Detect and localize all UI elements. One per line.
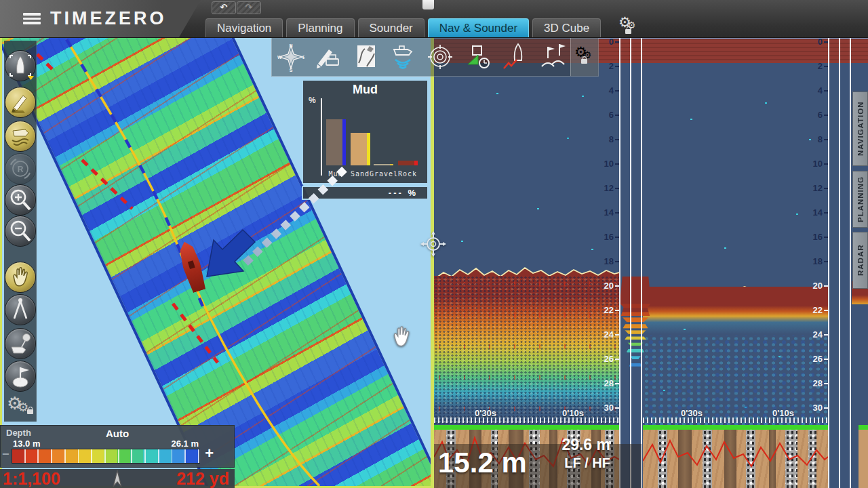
legend-decrease-button[interactable]: − [2,447,9,462]
depth-tick-label: 22 [582,305,619,316]
toolbar-settings-button[interactable]: ⚙⚙ [570,38,598,76]
gears-icon: ⚙⚙ [618,18,639,36]
depth-shading-legend: Depth Auto 13.0 m 26.1 m − + [0,425,235,468]
navdata-tab-radar[interactable]: RADAR [852,232,868,289]
tab-sounder[interactable]: Sounder [358,18,425,37]
time-label: 0'30s [673,408,711,418]
lock-icon [625,29,631,34]
collapsed-panel-handle[interactable] [422,0,434,9]
depth-tick-label: 0 [791,37,828,47]
chart-scale-bar: 1:1,100 212 yd [0,469,235,488]
tab-nav-and-sounder[interactable]: Nav & Sounder [428,18,529,37]
redo-button[interactable]: ↷ [237,1,261,14]
bottom-type-category-label: Mud [322,170,349,178]
pane-divider-line [839,37,840,488]
gears-icon: ⚙⚙ [574,48,595,66]
mob-marker-button[interactable] [5,328,36,359]
workspace-tabs: Navigation Planning Sounder Nav & Sounde… [205,18,601,37]
race-marks-icon[interactable] [533,41,570,73]
track-boat-icon[interactable] [496,41,533,73]
radar-sync-button[interactable]: R [5,153,36,184]
depth-readout-secondary-value: 29.6 m [536,436,610,454]
depth-tick-label: 2 [791,61,828,72]
pan-hand-button[interactable] [5,262,36,293]
navdata-tab-navigation[interactable]: NAVIGATION [852,92,868,166]
legend-max-depth: 26.1 m [172,439,199,449]
depth-tick-label: 6 [791,110,828,121]
bottom-type-bar-gravel [374,164,393,165]
pane-divider-line [850,37,851,488]
svg-text:E: E [302,55,304,60]
bottom-type-category-label: Gravel [370,170,397,178]
zoom-in-button[interactable] [5,184,36,216]
goto-mark-icon[interactable] [458,41,496,73]
pbg-log-button[interactable] [5,87,36,118]
time-label: 0'10s [554,408,592,418]
legend-increase-button[interactable]: + [205,445,214,462]
depth-readout-secondary: 29.6 m LF / HF [536,436,610,471]
depth-tick-label: 28 [791,378,828,389]
bottom-type-bar-sand [351,133,370,165]
lock-icon [581,59,587,64]
menu-icon[interactable] [23,13,41,24]
navdata-tab-planning[interactable]: PLANNING [852,171,868,228]
target-tracking-icon[interactable] [421,41,458,73]
lock-icon [27,409,33,414]
timezero-app: 024681012141618202224262830 024681012141… [0,0,868,488]
svg-text:S: S [289,68,292,72]
depth-tick-label: 28 [582,378,619,389]
pane-divider-line [641,37,642,488]
chart-select-icon[interactable] [347,41,384,73]
waypoint-flag-button[interactable] [5,361,36,392]
tab-3d-cube[interactable]: 3D Cube [532,18,601,37]
depth-tick-label: 24 [791,329,828,340]
center-vessel-button[interactable] [5,50,36,81]
time-ruler-lf [434,418,619,423]
bottom-classification-hf [643,430,828,488]
depth-tick-label: 10 [791,159,828,169]
depth-tick-label: 26 [791,354,828,365]
bottom-type-bar-rock [398,161,418,165]
orientation-compass-icon[interactable]: N E S W [272,41,309,73]
bottom-lock-bar [859,425,868,430]
tab-navigation[interactable]: Navigation [205,18,283,37]
undo-button[interactable]: ↶ [212,1,236,14]
depth-color-gradient[interactable] [12,449,200,464]
boundary-dashed-red [37,54,56,73]
legend-mode: Auto [1,428,234,439]
legend-min-depth: 13.0 m [13,439,40,449]
scale-ratio: 1:1,100 [3,469,60,488]
hardness-trace [643,430,828,488]
bottom-type-category-label: Rock [394,170,421,178]
current-arrow [207,230,255,277]
tab-planning[interactable]: Planning [286,18,354,37]
depth-tick-label: 12 [791,183,828,194]
depth-readout-primary: 15.2 m [438,447,527,479]
sounder-display-icon[interactable] [384,41,421,73]
workspace-settings-button[interactable]: ⚙⚙ [618,18,639,36]
zoom-out-button[interactable] [5,216,36,247]
depth-tick-label: 18 [582,256,619,267]
depth-tick-label: 22 [791,305,828,316]
bottom-discrimination-popup: Mud % MudSandGravelRock [302,79,429,184]
svg-text:W: W [277,55,282,60]
depth-tick-label: 20 [791,281,828,291]
depth-tick-label: 8 [791,134,828,145]
sounder-pane[interactable]: 024681012141618202224262830 024681012141… [434,37,868,488]
scale-distance: 212 yd [176,469,229,488]
depth-tick-label: 16 [791,232,828,243]
depth-tick-label: 6 [582,110,619,121]
bathy-record-button[interactable] [5,121,36,152]
time-label: 0'30s [467,408,505,418]
app-title: TIMEZERO [50,8,167,29]
route-leg-dashed [66,39,207,317]
top-bar: TIMEZERO ↶ ↷ Navigation Planning Sounder… [0,0,868,38]
depth-tick-label: 26 [582,354,619,365]
depth-tick-label: 10 [582,159,619,169]
annotate-print-icon[interactable] [309,41,347,73]
boundary-dashed-red [173,304,218,363]
depth-tick-label: 24 [582,329,619,340]
divider-measure-button[interactable] [5,294,36,325]
bottom-lock-bar [643,425,828,430]
pane-divider-line [619,37,620,488]
